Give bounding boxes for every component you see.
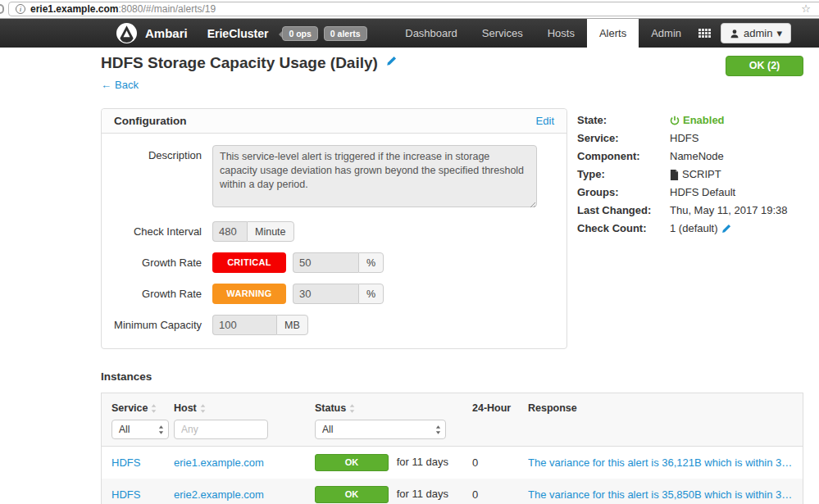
- critical-unit: %: [358, 252, 384, 273]
- configuration-title: Configuration: [114, 115, 186, 127]
- edit-title-pencil-icon[interactable]: [386, 56, 397, 66]
- host-filter-input[interactable]: [174, 420, 268, 439]
- minimum-capacity-label: Minimum Capacity: [114, 315, 202, 331]
- critical-severity-badge: CRITICAL: [212, 252, 286, 273]
- instance-service-link[interactable]: HDFS: [111, 488, 140, 501]
- script-file-icon: [670, 170, 679, 180]
- column-header-service[interactable]: Service: [111, 402, 157, 414]
- ops-count-badge[interactable]: 0 ops: [282, 26, 317, 41]
- brand-name: Ambari: [145, 26, 188, 40]
- minimum-capacity-unit: MB: [276, 315, 308, 335]
- cluster-name: ErieCluster: [207, 27, 269, 40]
- configuration-panel: Configuration Edit Description This serv…: [101, 108, 567, 349]
- edit-configuration-link[interactable]: Edit: [536, 115, 554, 127]
- back-link[interactable]: ← Back: [101, 79, 139, 91]
- description-textarea: This service-level alert is triggered if…: [212, 145, 537, 207]
- check-interval-unit: Minute: [247, 221, 294, 242]
- critical-threshold-input: [293, 252, 358, 273]
- last-changed-value: Thu, May 11, 2017 19:38: [670, 202, 788, 220]
- response-link[interactable]: The variance for this alert is 36,121B w…: [528, 456, 794, 469]
- sort-icon: [151, 404, 157, 413]
- status-ok-badge: OK: [315, 454, 389, 471]
- critical-growth-rate-label: Growth Rate: [114, 252, 202, 269]
- groups-label: Groups:: [577, 184, 670, 202]
- select-stepper-icon: [158, 425, 164, 434]
- state-value[interactable]: Enabled: [683, 111, 725, 129]
- groups-value: HDFS Default: [670, 184, 735, 202]
- instance-host-link[interactable]: erie1.example.com: [174, 456, 264, 469]
- check-count-value: 1 (default): [670, 220, 718, 238]
- check-count-label: Check Count:: [577, 220, 670, 238]
- warning-growth-rate-label: Growth Rate: [114, 284, 202, 300]
- nav-item-dashboard[interactable]: Dashboard: [393, 19, 470, 48]
- user-name: admin: [744, 27, 772, 39]
- instance-host-link[interactable]: erie2.example.com: [174, 488, 264, 501]
- state-label: State:: [577, 111, 670, 129]
- instance-service-link[interactable]: HDFS: [111, 456, 140, 469]
- column-header-24-hour: 24-Hour: [472, 402, 511, 414]
- component-label: Component:: [577, 148, 670, 166]
- minimum-capacity-input: [212, 315, 276, 335]
- nav-item-hosts[interactable]: Hosts: [535, 19, 587, 48]
- type-value: SCRIPT: [682, 166, 721, 184]
- description-label: Description: [114, 145, 202, 161]
- type-label: Type:: [577, 166, 670, 184]
- browser-chrome: i erie1.example.com:8080/#/main/alerts/1…: [0, 0, 819, 19]
- alert-summary-ok-button[interactable]: OK (2): [726, 56, 803, 76]
- url-path: :8080/#/main/alerts/19: [118, 3, 216, 15]
- sort-icon: [349, 404, 355, 413]
- views-grid-icon[interactable]: [698, 29, 711, 38]
- status-filter-select[interactable]: All: [315, 420, 446, 439]
- select-stepper-icon: [435, 425, 441, 434]
- component-value: NameNode: [670, 148, 724, 166]
- nav-item-alerts[interactable]: Alerts: [587, 19, 639, 48]
- warning-severity-badge: WARNING: [212, 284, 286, 304]
- check-interval-input: [212, 221, 247, 242]
- address-bar[interactable]: i erie1.example.com:8080/#/main/alerts/1…: [8, 2, 819, 16]
- service-label: Service:: [577, 129, 670, 148]
- day-count: 0: [472, 456, 478, 469]
- check-interval-label: Check Interval: [114, 221, 202, 238]
- site-info-icon[interactable]: i: [16, 4, 25, 14]
- back-arrow-icon: ←: [101, 79, 111, 91]
- instances-heading: Instances: [101, 370, 803, 383]
- response-link[interactable]: The variance for this alert is 35,850B w…: [528, 488, 794, 501]
- service-value: HDFS: [670, 129, 698, 148]
- warning-threshold-input: [293, 284, 358, 304]
- power-icon: [670, 116, 680, 125]
- column-header-status[interactable]: Status: [315, 402, 355, 414]
- url-host: erie1.example.com: [30, 3, 118, 15]
- table-row: HDFS erie1.example.com OK for 11 days 0 …: [102, 447, 803, 479]
- top-navbar: Ambari ErieCluster 0 ops 0 alerts Dashbo…: [0, 19, 819, 48]
- user-icon: [730, 29, 739, 39]
- table-row: HDFS erie2.example.com OK for 11 days 0 …: [102, 479, 803, 504]
- status-duration: for 11 days: [397, 456, 448, 468]
- last-changed-label: Last Changed:: [577, 202, 670, 220]
- caret-down-icon: ▾: [776, 27, 782, 39]
- user-menu-button[interactable]: admin ▾: [721, 23, 791, 43]
- edit-check-count-pencil-icon[interactable]: [721, 224, 731, 234]
- warning-unit: %: [358, 284, 384, 304]
- nav-item-services[interactable]: Services: [470, 19, 535, 48]
- partial-reload-icon: [0, 4, 4, 14]
- alert-details-panel: State: Enabled Service: HDFS Component: …: [577, 108, 788, 349]
- page-title: HDFS Storage Capacity Usage (Daily): [101, 54, 378, 71]
- column-header-response: Response: [528, 402, 577, 414]
- nav-item-admin[interactable]: Admin: [639, 19, 694, 48]
- ambari-logo[interactable]: [116, 23, 137, 43]
- bookmark-star-icon[interactable]: ☆: [801, 2, 811, 15]
- status-duration: for 11 days: [397, 488, 448, 500]
- day-count: 0: [472, 488, 478, 501]
- sort-icon: [200, 404, 206, 413]
- column-header-host[interactable]: Host: [174, 402, 206, 414]
- instances-table: Service Host S: [101, 393, 803, 504]
- service-filter-select[interactable]: All: [111, 420, 169, 439]
- status-ok-badge: OK: [315, 486, 389, 503]
- alerts-count-badge[interactable]: 0 alerts: [324, 26, 367, 41]
